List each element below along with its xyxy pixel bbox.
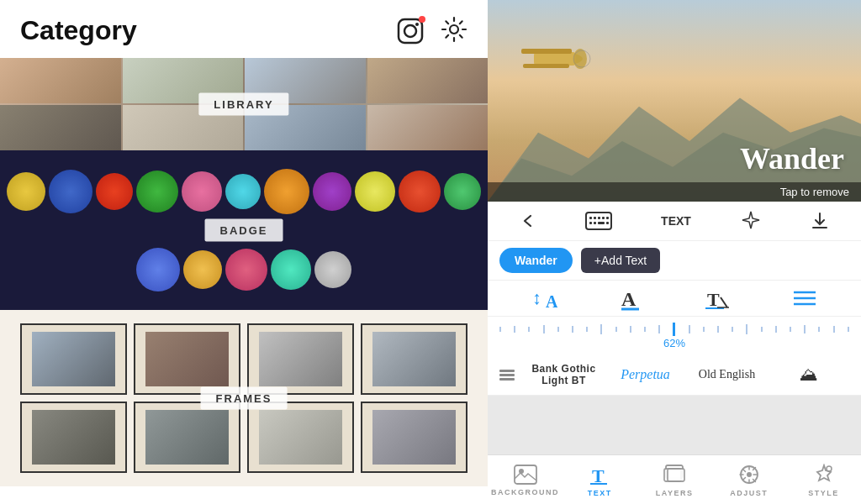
svg-point-1 [404,25,416,37]
keyboard-icon[interactable] [585,212,612,230]
instagram-icon[interactable] [395,16,425,46]
badge-circle [313,172,351,211]
frame-item [20,323,127,395]
notification-dot [419,16,425,23]
svg-rect-0 [399,19,422,43]
category-item-library[interactable]: LIBRARY [0,58,488,150]
canvas-area[interactable]: Wander Tap to remove [488,0,861,202]
style-icon [812,464,836,486]
nav-background-label: BACKGROUND [491,488,559,496]
size-icon[interactable]: ↕A [532,286,557,311]
mosaic-cell [0,58,121,103]
page-title: Category [20,15,137,46]
slider-ticks [499,323,849,336]
svg-rect-37 [668,469,684,481]
align-icon[interactable] [792,286,817,311]
font-option-bank-gothic[interactable]: Bank GothicLight BT [523,363,605,386]
font-option-old-english[interactable]: Old English [686,368,768,381]
frame-item [134,323,240,395]
image-icon [514,465,537,485]
svg-rect-17 [606,217,609,219]
frame-inner [372,410,455,465]
nav-layers-label: LAYERS [656,489,694,497]
nav-text[interactable]: T TEXT [563,455,637,504]
frame-inner [259,332,341,386]
frame-item [20,402,127,473]
mosaic-cell [0,105,121,150]
frame-inner [145,332,228,386]
slider-row: 62% [488,317,861,354]
font-option-mountains[interactable]: ⛰ [768,364,849,386]
svg-rect-7 [534,52,576,66]
nav-text-label: TEXT [588,489,612,497]
badge-circle [136,171,178,213]
svg-rect-13 [589,217,592,219]
category-list: LIBRARY BADGE [0,58,488,504]
slider-track[interactable] [499,322,849,337]
category-item-badge[interactable]: BADGE [0,150,488,310]
nav-layers[interactable]: LAYERS [637,455,712,504]
tick [528,327,530,332]
tick [790,327,791,332]
tick [499,327,501,332]
nav-background[interactable]: BACKGROUND [488,455,563,504]
badge-circle [444,173,481,210]
font-style-icon[interactable]: T [705,286,731,311]
tick [644,327,646,332]
frame-item [247,323,354,395]
toolbar-row: TEXT [488,202,861,241]
font-option-perpetua[interactable]: Perpetua [605,367,686,382]
tick [543,325,545,333]
badge-circle [225,249,267,291]
tick [761,327,763,332]
badge-circle [96,173,133,210]
font-list-icon[interactable] [499,370,515,381]
frame-item [361,402,467,473]
text-tab-wander[interactable]: Wander [499,248,573,273]
nav-adjust-label: ADJUST [730,489,768,497]
color-icon[interactable]: A [619,286,644,311]
frames-label: FRAMES [201,387,288,410]
biplane [513,34,597,87]
badge-circle [399,171,441,213]
tick [600,324,602,334]
svg-text:↕: ↕ [532,287,541,308]
svg-text:A: A [546,292,557,311]
tick [717,326,719,333]
header-icons [395,16,467,46]
svg-point-2 [415,23,419,26]
tick [557,327,559,332]
category-item-frames[interactable]: FRAMES [0,310,488,486]
tick [586,327,588,332]
tick-center [673,323,675,336]
mosaic-cell [367,58,489,103]
font-row: Bank GothicLight BT Perpetua Old English… [488,354,861,396]
wander-text[interactable]: Wander [740,141,844,176]
svg-point-39 [747,472,752,477]
gear-icon[interactable] [441,16,467,46]
header: Category [0,0,488,58]
tick [658,325,660,333]
frame-item [247,402,354,473]
nav-style[interactable]: STYLE [786,455,861,504]
svg-rect-12 [586,213,611,229]
tick [615,327,617,332]
mosaic-cell [367,105,489,150]
text-icon: T [589,464,610,486]
back-button[interactable] [519,212,537,230]
nav-adjust[interactable]: ADJUST [712,455,787,504]
svg-rect-18 [589,222,592,224]
magic-icon[interactable] [740,210,762,232]
svg-point-3 [450,25,458,34]
slider-percent: 62% [663,337,685,349]
download-icon[interactable] [810,211,830,231]
tick [775,326,777,333]
svg-rect-8 [521,49,572,54]
tap-remove-bar[interactable]: Tap to remove [488,182,861,202]
frame-inner [259,410,341,465]
layers-icon [663,464,686,486]
tick [818,327,820,332]
frame-inner [372,332,455,386]
badge-circle [355,171,395,212]
text-tab-add[interactable]: +Add Text [581,248,660,273]
